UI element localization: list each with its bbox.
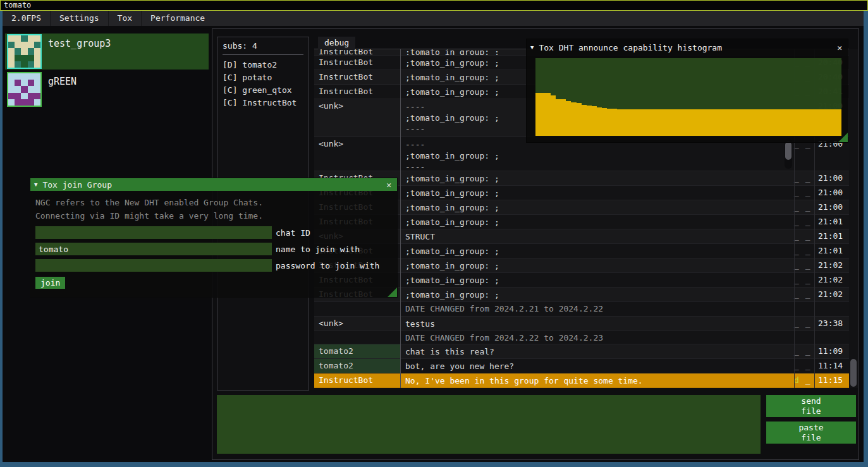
avatar-pixel [34,86,40,92]
send-file-button[interactable]: send file [766,395,856,417]
histogram-bar [632,109,637,136]
avatar-pixel [21,42,27,48]
subs-member-list: [D] tomato2[C] potato[C] green_qtox[C] I… [223,59,303,109]
sender-name: <unk> [314,317,400,331]
chat-message-row[interactable]: InstructBotNo, I've been in this group f… [314,373,849,388]
sidebar-item-green[interactable]: gREEN [5,71,209,107]
message-timestamp: 11:09 [814,344,849,358]
avatar-pixel [28,99,34,106]
sender-name: tomato2 [314,359,400,373]
avatar-pixel [8,35,15,42]
message-status-flags: _ _ [794,258,814,272]
tab-debug[interactable]: debug [318,37,355,49]
window-frame-left [0,11,3,462]
histogram-plot[interactable] [535,58,841,136]
message-timestamp: 21:00 [814,171,849,185]
histogram-bar [673,109,678,136]
status-flag: _ [800,346,811,356]
histogram-bar [755,109,760,136]
avatar-pixel [8,99,15,106]
os-titlebar[interactable]: tomato [0,0,868,11]
close-icon[interactable]: ✕ [384,180,393,190]
avatar-pixel [34,93,40,99]
histogram-bar [571,102,576,136]
sender-name: InstructBot [314,49,400,55]
chat-message-row[interactable]: <unk>testus_ _23:38 [314,317,849,331]
scrollbar-thumb[interactable] [785,142,792,160]
status-flag: _ [794,188,800,197]
scrollbar-thumb[interactable] [850,359,857,387]
menu-item-performance[interactable]: Performance [141,11,214,26]
avatar-pixel [28,73,34,80]
histogram-bar [688,109,694,136]
histogram-bar [790,109,795,136]
group-avatar [7,34,42,69]
message-input[interactable] [217,395,761,454]
status-flag: _ [794,346,800,356]
status-flag: _ [794,275,800,284]
avatar-pixel [28,42,34,48]
window-titlebar[interactable]: ▼ Tox DHT announce capability histogram … [527,39,848,56]
collapse-arrow-icon[interactable]: ▼ [530,44,534,51]
histogram-bar [760,109,765,136]
sender-name: InstructBot [314,56,400,70]
window-titlebar[interactable]: ▼ Tox join Group ✕ [30,178,397,191]
sidebar-item-test-group3[interactable]: test_group3 [5,33,209,70]
histogram-bar [740,109,745,136]
message-text: No, I've been in this group for quite so… [400,373,794,387]
date-separator-row[interactable]: DATE CHANGED from 2024.2.22 to 2024.2.23 [314,331,849,344]
message-status-flags: _ _ [794,215,814,229]
subs-member[interactable]: [C] green_qtox [223,84,303,97]
status-flag: _ [800,318,811,328]
histogram-bar [770,109,775,136]
subs-member[interactable]: [D] tomato2 [223,59,303,71]
subs-member[interactable]: [C] potato [223,71,303,84]
join-name-input[interactable] [35,243,272,255]
avatar-pixel [21,86,27,92]
window-frame-right [864,11,868,462]
histogram-bar [587,106,592,136]
avatar-pixel [8,86,15,92]
message-text: testus [400,317,794,331]
histogram-bar [785,109,790,136]
avatar-pixel [21,99,27,106]
resize-grip[interactable] [838,133,848,142]
join-password-input[interactable] [35,259,272,272]
histogram-bar [617,109,622,136]
menu-item-tox[interactable]: Tox [108,11,141,26]
histogram-bar [556,99,561,136]
avatar-pixel [15,48,21,54]
message-timestamp [814,331,849,344]
menu-item-settings[interactable]: Settings [50,11,108,26]
sender-name: InstructBot [314,85,400,99]
join-button[interactable]: join [35,277,65,289]
date-separator-row[interactable]: DATE CHANGED from 2024.2.21 to 2024.2.22 [314,302,849,317]
status-flag: _ [794,260,800,270]
collapse-arrow-icon[interactable]: ▼ [34,181,37,188]
status-flag: _ [794,246,800,255]
message-status-flags: _ _ [794,186,814,200]
avatar-pixel [15,55,21,61]
chat-id-input[interactable] [35,226,272,239]
status-flag: _ [794,231,800,241]
avatar-pixel [28,93,34,99]
message-text: ;tomato_in_group: ; [400,186,794,200]
close-icon[interactable]: ✕ [835,43,844,52]
chat-vertical-scrollbar[interactable] [849,49,858,388]
avatar-pixel [15,99,21,106]
chat-message-row[interactable]: <unk>----;tomato_in_group: ;----_ _21:00 [314,137,849,171]
histogram-bar [597,107,602,136]
message-cell-scrollbar[interactable] [785,138,792,169]
resize-grip[interactable] [388,288,397,297]
message-status-flags [794,331,814,344]
chat-message-row[interactable]: tomato2chat is this real?_ _11:09 [314,344,849,359]
avatar-pixel [21,80,27,86]
avatar-pixel [8,61,15,68]
message-text: ;tomato_in_group: ; [400,273,794,287]
subs-member[interactable]: [C] InstructBot [223,97,303,109]
avatar-pixel [21,93,27,99]
message-timestamp: 21:01 [814,229,849,243]
chat-message-row[interactable]: tomato2bot, are you new here?_ _11:14 [314,359,849,373]
paste-file-button[interactable]: paste file [766,422,856,444]
button-label: send [801,396,821,406]
